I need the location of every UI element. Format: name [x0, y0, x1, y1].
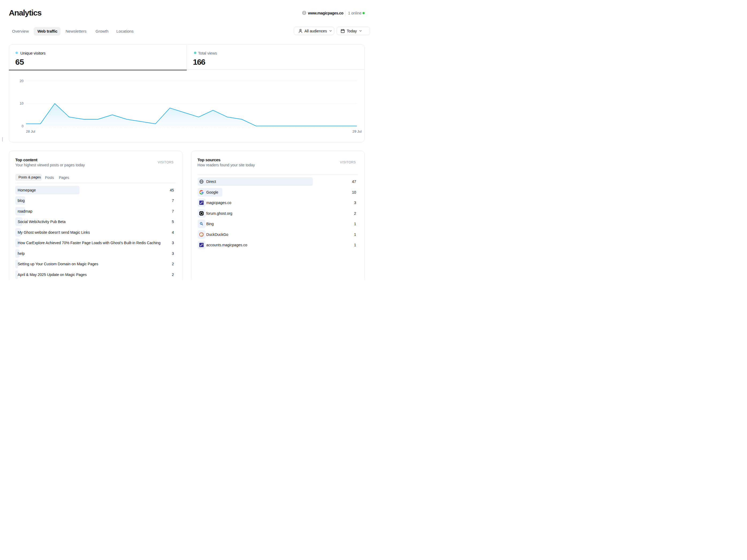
- svg-text:28 Jul: 28 Jul: [26, 129, 35, 133]
- svg-text:0: 0: [22, 124, 24, 128]
- svg-text:20: 20: [20, 79, 24, 83]
- svg-text:10: 10: [20, 101, 24, 105]
- svg-text:29 Jul: 29 Jul: [352, 129, 362, 133]
